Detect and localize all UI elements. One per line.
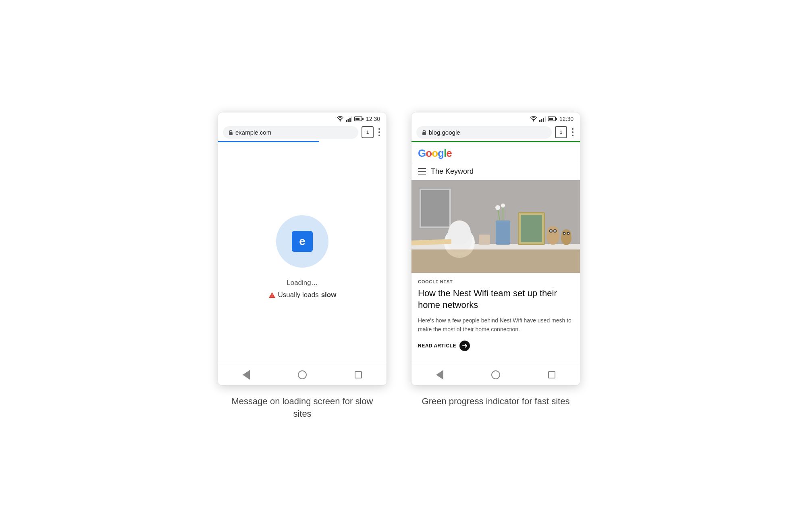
recents-icon — [355, 371, 362, 378]
blog-category: GOOGLE NEST — [418, 279, 574, 284]
address-bar-left[interactable]: example.com — [223, 126, 358, 139]
status-icons-right: 12:30 — [530, 116, 574, 122]
logo-e: e — [446, 147, 451, 159]
blog-title: The Keyword — [431, 167, 474, 176]
nav-bar-right — [411, 364, 580, 385]
shelf-scene — [411, 180, 580, 273]
read-arrow-icon — [459, 341, 470, 351]
svg-point-24 — [495, 205, 500, 210]
svg-point-20 — [448, 220, 471, 245]
menu-button-left[interactable] — [377, 127, 382, 138]
status-time-left: 12:30 — [366, 116, 380, 122]
left-phone-wrapper: 12:30 example.com — [218, 112, 387, 420]
address-bar-right[interactable]: blog.google — [416, 126, 552, 139]
svg-rect-1 — [346, 120, 347, 122]
status-bar-left: 12:30 — [218, 112, 387, 124]
right-phone: 12:30 blog.google — [411, 112, 580, 386]
back-icon-right — [436, 370, 443, 380]
loading-content: e Loading… ! Usually loads slow — [218, 142, 387, 364]
slow-text-bold: slow — [321, 291, 337, 299]
back-button-left[interactable] — [241, 369, 252, 380]
lock-icon-left — [229, 129, 233, 135]
svg-point-30 — [547, 226, 559, 237]
left-phone: 12:30 example.com — [218, 112, 387, 386]
recents-icon-right — [548, 371, 555, 378]
tab-button-right[interactable]: 1 — [555, 126, 567, 138]
status-bar-right: 12:30 — [411, 112, 580, 124]
svg-point-0 — [339, 120, 341, 121]
hamburger-line — [418, 168, 426, 169]
svg-point-36 — [561, 229, 571, 239]
status-icons-left: 12:30 — [337, 116, 380, 122]
warning-icon: ! — [268, 291, 276, 299]
svg-point-39 — [564, 233, 565, 234]
favicon-circle: e — [276, 215, 328, 268]
logo-g2: g — [438, 147, 444, 159]
svg-point-33 — [550, 230, 552, 232]
battery-icon-right — [548, 116, 556, 121]
main-container: 12:30 example.com — [77, 112, 721, 420]
tab-button-left[interactable]: 1 — [362, 126, 374, 138]
chrome-bar-right: blog.google 1 — [411, 124, 580, 139]
address-bar-row-left: example.com 1 — [223, 126, 382, 139]
logo-o1: o — [426, 147, 432, 159]
recents-button-left[interactable] — [353, 369, 364, 380]
battery-icon — [354, 116, 362, 121]
lock-icon-right — [422, 129, 426, 135]
read-article-button[interactable]: READ ARTICLE — [418, 341, 574, 351]
hamburger-menu-icon[interactable] — [418, 168, 426, 175]
svg-rect-10 — [541, 119, 542, 122]
left-caption: Message on loading screen for slow sites — [226, 395, 379, 420]
logo-g: G — [418, 147, 426, 159]
hamburger-line — [418, 174, 426, 175]
svg-rect-3 — [349, 118, 351, 122]
back-icon — [243, 370, 250, 380]
signal-icon — [346, 116, 352, 122]
recents-button-right[interactable] — [546, 369, 557, 380]
menu-button-right[interactable] — [570, 127, 575, 138]
loading-slow-message: ! Usually loads slow — [268, 291, 337, 299]
signal-icon-right — [539, 116, 546, 122]
home-button-right[interactable] — [490, 369, 501, 380]
shelf-illustration — [411, 180, 580, 273]
svg-rect-12 — [544, 116, 546, 122]
logo-o2: o — [432, 147, 438, 159]
url-text-right: blog.google — [429, 129, 546, 136]
svg-rect-16 — [421, 190, 449, 227]
back-button-right[interactable] — [434, 369, 445, 380]
google-header: Google — [411, 142, 580, 163]
svg-rect-13 — [422, 132, 426, 135]
svg-rect-17 — [411, 244, 580, 249]
slow-text-prefix: Usually loads — [278, 291, 319, 299]
hamburger-line — [418, 171, 426, 172]
svg-rect-2 — [347, 119, 349, 122]
loading-text: Loading… — [287, 279, 318, 287]
home-icon — [298, 370, 307, 379]
svg-rect-4 — [351, 116, 352, 122]
svg-rect-28 — [521, 215, 542, 242]
right-phone-wrapper: 12:30 blog.google — [411, 112, 580, 408]
svg-rect-5 — [229, 132, 233, 135]
home-icon-right — [491, 370, 500, 379]
svg-point-26 — [501, 204, 505, 208]
blog-content: Google The Keyword — [411, 142, 580, 364]
svg-rect-22 — [496, 220, 510, 245]
status-time-right: 12:30 — [559, 116, 574, 122]
svg-point-40 — [568, 233, 569, 234]
svg-rect-21 — [479, 235, 490, 245]
article-title: How the Nest Wifi team set up their home… — [418, 287, 574, 311]
svg-text:!: ! — [271, 293, 272, 298]
chrome-bar-left: example.com 1 — [218, 124, 387, 139]
wifi-icon — [337, 116, 344, 122]
svg-rect-11 — [543, 118, 544, 122]
favicon-letter: e — [292, 231, 313, 252]
read-article-label: READ ARTICLE — [418, 343, 456, 349]
blog-nav: The Keyword — [411, 163, 580, 180]
right-caption: Green progress indicator for fast sites — [422, 395, 570, 408]
wifi-icon-right — [530, 116, 537, 122]
blog-hero-image — [411, 180, 580, 273]
url-text-left: example.com — [235, 129, 353, 136]
article-excerpt: Here's how a few people behind Nest Wifi… — [418, 316, 574, 334]
svg-point-8 — [533, 120, 534, 121]
home-button-left[interactable] — [297, 369, 308, 380]
